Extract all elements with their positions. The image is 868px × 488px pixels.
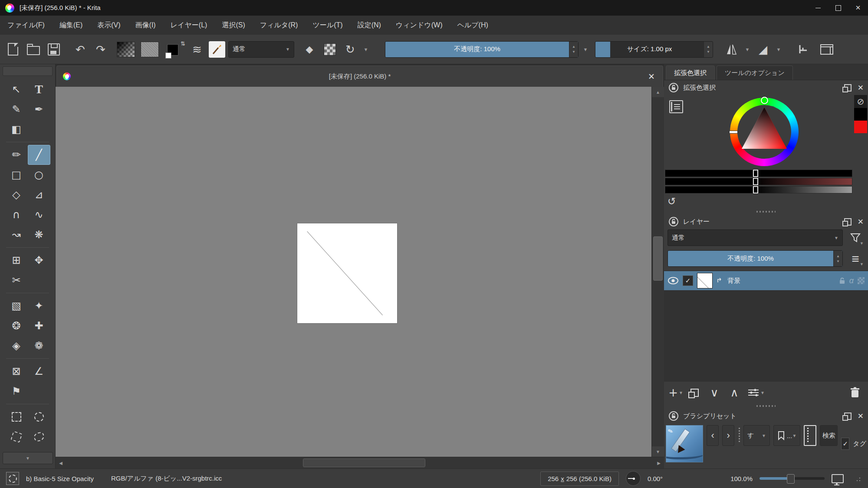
hue-ring[interactable]: [730, 98, 799, 166]
reload-preset-button[interactable]: ↻: [342, 40, 359, 59]
new-document-button[interactable]: [4, 40, 22, 59]
image-dimensions[interactable]: 256x256 (256.0 KiB): [540, 472, 619, 486]
move-layer-down-button[interactable]: ∨: [706, 384, 723, 401]
reload-dropdown-arrow[interactable]: ▼: [362, 47, 370, 52]
triangle-cursor[interactable]: [761, 97, 768, 104]
tool-crop[interactable]: ✂: [5, 270, 28, 290]
hue-cursor[interactable]: [729, 131, 738, 134]
toolbox-overflow-button[interactable]: ▼: [3, 452, 53, 464]
toolbox-drag-handle[interactable]: [3, 66, 53, 76]
slider-cursor[interactable]: [753, 186, 758, 193]
move-layer-up-button[interactable]: ∧: [726, 384, 743, 401]
float-docker-icon[interactable]: [844, 413, 852, 420]
tool-multibrush[interactable]: ❋: [28, 225, 50, 245]
layer-thumbnail[interactable]: [697, 273, 713, 288]
current-brush-preset[interactable]: ✎: [666, 425, 703, 462]
tool-transform[interactable]: ⊞: [5, 250, 28, 270]
lock-icon[interactable]: [668, 82, 679, 93]
presets-popup-button[interactable]: [804, 425, 816, 446]
spin-down-icon[interactable]: ▼: [836, 259, 840, 263]
layer-row-background[interactable]: ✓ 背景 α: [664, 271, 868, 290]
menu-select[interactable]: 選択(S): [214, 16, 252, 35]
tool-freehand-brush[interactable]: ✏: [5, 145, 28, 165]
refresh-colors-button[interactable]: ↺: [667, 196, 676, 207]
lock-icon[interactable]: [668, 411, 679, 421]
dimensions-x[interactable]: x: [561, 475, 564, 482]
previous-preset-button[interactable]: ‹: [707, 425, 719, 446]
component-slider-2[interactable]: [665, 178, 852, 185]
tool-reference-images[interactable]: ⚑: [5, 381, 28, 401]
scroll-right-button[interactable]: ▶: [654, 457, 664, 468]
tool-rectangle[interactable]: □: [5, 165, 28, 185]
brush-size-slider[interactable]: サイズ: 1.00 px ▲ ▼: [595, 41, 713, 58]
tool-ellipse[interactable]: ○: [28, 165, 50, 185]
redo-button[interactable]: ↷: [92, 40, 109, 59]
maximize-button[interactable]: [828, 0, 848, 16]
undo-button[interactable]: ↶: [72, 40, 89, 59]
save-button[interactable]: [45, 40, 62, 59]
tool-polygon[interactable]: ◇: [5, 185, 28, 205]
slider-cursor[interactable]: [753, 178, 758, 185]
color-selector-settings-button[interactable]: [669, 100, 683, 113]
fit-to-screen-icon[interactable]: [832, 474, 844, 483]
selection-mode-icon[interactable]: [6, 472, 19, 485]
opacity-spinner[interactable]: ▲ ▼: [569, 42, 578, 57]
menu-window[interactable]: ウィンドウ(W): [388, 16, 450, 35]
tool-rect-select[interactable]: [5, 407, 28, 427]
tab-tool-options[interactable]: ツールのオプション: [717, 66, 793, 80]
document-close-icon[interactable]: ✕: [648, 72, 655, 82]
tool-assistants[interactable]: ⊠: [5, 361, 28, 381]
snap-toggle-button[interactable]: [794, 40, 812, 59]
tool-enclose-fill[interactable]: ❁: [28, 336, 50, 356]
opacity-slider[interactable]: 不透明度: 100% ▲ ▼: [385, 41, 579, 58]
menu-layer[interactable]: レイヤー(L): [163, 16, 215, 35]
canvas-rotation-dial[interactable]: [626, 471, 641, 486]
foreground-background-colors[interactable]: ⇅: [165, 40, 185, 59]
menu-help[interactable]: ヘルプ(H): [450, 16, 495, 35]
history-swatch-red[interactable]: [854, 121, 867, 133]
tag-checkbox[interactable]: ✓: [841, 438, 849, 450]
close-docker-icon[interactable]: ✕: [858, 412, 864, 421]
lock-icon[interactable]: [668, 216, 679, 227]
menu-view[interactable]: 表示(V): [90, 16, 128, 35]
close-docker-icon[interactable]: ✕: [858, 217, 864, 226]
menu-filter[interactable]: フィルタ(R): [253, 16, 306, 35]
minimize-button[interactable]: [808, 0, 828, 16]
preserve-alpha-button[interactable]: [321, 40, 339, 59]
size-spinner[interactable]: ▲ ▼: [704, 42, 713, 57]
document-tab[interactable]: [未保存] (256.0 KiB) * ✕: [56, 66, 663, 87]
tool-ellipse-select[interactable]: [28, 407, 50, 427]
spin-down-icon[interactable]: ▼: [572, 50, 575, 54]
tool-smart-patch[interactable]: ✚: [28, 316, 50, 336]
tool-pattern-edit[interactable]: ◧: [5, 119, 28, 139]
search-button[interactable]: 検索: [820, 425, 838, 446]
wrap-dropdown-arrow[interactable]: ▼: [775, 47, 783, 52]
tool-polygon-select[interactable]: [5, 427, 28, 447]
slider-cursor[interactable]: [753, 170, 758, 177]
gradient-chooser[interactable]: [117, 42, 135, 57]
tool-calligraphy[interactable]: ✒: [28, 99, 50, 119]
mirror-horizontal-button[interactable]: [723, 40, 740, 59]
docker-splitter[interactable]: [664, 403, 868, 409]
next-preset-button[interactable]: ›: [722, 425, 734, 446]
menu-tools[interactable]: ツール(T): [305, 16, 350, 35]
layer-lock-icon[interactable]: [839, 277, 845, 284]
tool-freehand-select[interactable]: [28, 427, 50, 447]
tool-move[interactable]: ✥: [28, 250, 50, 270]
background-color-swatch[interactable]: [165, 52, 171, 59]
opacity-dropdown-arrow[interactable]: ▼: [582, 47, 589, 52]
layer-checkbox[interactable]: ✓: [683, 275, 693, 286]
component-slider-3[interactable]: [665, 186, 852, 193]
visibility-eye-icon[interactable]: [667, 277, 679, 285]
wrap-around-button[interactable]: ◢: [754, 40, 772, 59]
tool-colorize-mask[interactable]: ❂: [5, 316, 28, 336]
horizontal-scrollbar[interactable]: ◀ ▶: [56, 457, 664, 468]
tool-measure[interactable]: ∠: [28, 361, 50, 381]
zoom-slider[interactable]: [760, 474, 825, 483]
eraser-mode-button[interactable]: ◆: [301, 40, 318, 59]
component-slider-1[interactable]: [665, 170, 852, 177]
layer-opacity-spinner[interactable]: ▲ ▼: [833, 251, 842, 266]
spin-up-icon[interactable]: ▲: [836, 254, 840, 258]
tool-line[interactable]: ╱: [28, 145, 50, 165]
menu-settings[interactable]: 設定(N): [350, 16, 388, 35]
